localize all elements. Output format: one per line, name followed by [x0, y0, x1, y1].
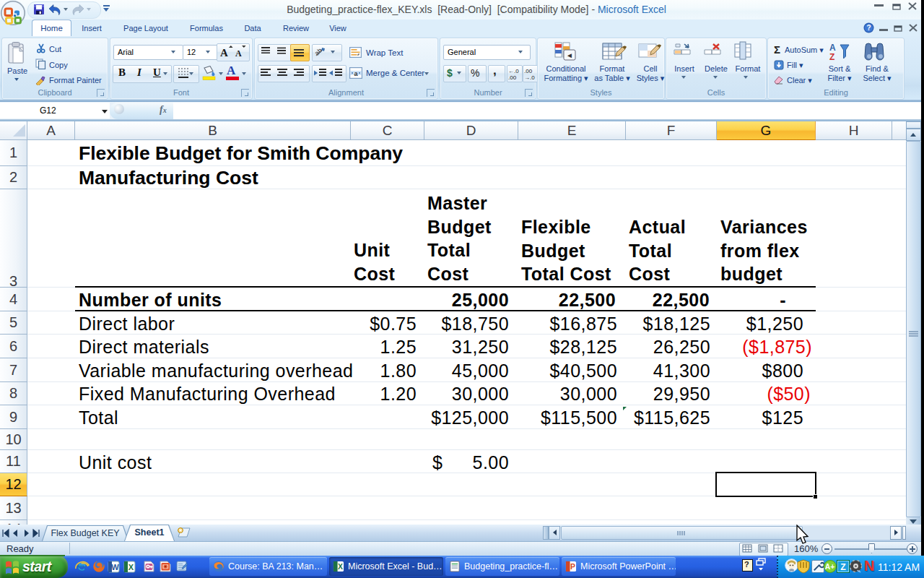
svg-text:P: P — [570, 563, 575, 571]
svg-text:W: W — [111, 563, 119, 571]
svg-text:?: ? — [866, 24, 871, 32]
svg-text:◄: ◄ — [566, 51, 573, 59]
svg-text:A+: A+ — [825, 563, 835, 571]
svg-text:X: X — [338, 563, 343, 571]
svg-text:A: A — [235, 48, 242, 59]
svg-text:Z: Z — [829, 52, 834, 62]
svg-text:X: X — [128, 563, 134, 571]
svg-text:Z: Z — [840, 562, 846, 572]
svg-text:A: A — [829, 43, 836, 53]
svg-text:A: A — [220, 47, 228, 59]
